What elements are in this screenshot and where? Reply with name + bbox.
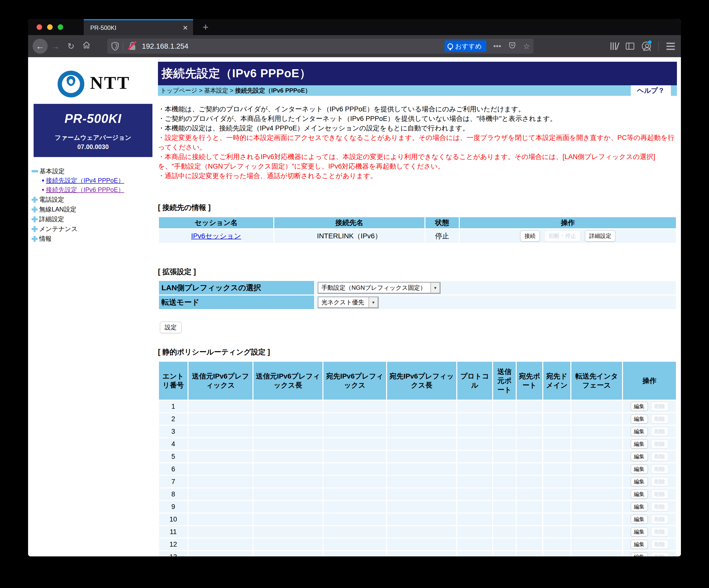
- suggest-button[interactable]: おすすめ: [445, 41, 486, 52]
- edit-button[interactable]: 編集: [631, 465, 648, 474]
- section-title-extended: [ 拡張設定 ]: [158, 267, 677, 277]
- expand-icon[interactable]: [32, 206, 37, 212]
- apply-settings-button[interactable]: 設定: [160, 322, 182, 333]
- edit-button[interactable]: 編集: [631, 490, 648, 499]
- forward-button[interactable]: →: [48, 42, 63, 51]
- policy-empty-cell: [323, 551, 387, 556]
- help-link[interactable]: ヘルプ？: [631, 85, 671, 96]
- policy-empty-cell: [516, 413, 543, 425]
- sidebar-item-0[interactable]: 基本設定: [32, 167, 158, 175]
- tracking-shield-icon[interactable]: [111, 42, 119, 51]
- delete-button: 削除: [651, 527, 668, 536]
- sidebar-item-4[interactable]: メンテナンス: [32, 225, 158, 233]
- sidebar-item-1[interactable]: 電話設定: [32, 196, 158, 204]
- info-note: ・ご契約のプロバイダが、本商品を利用したインターネット（IPv6 PPPoE）を…: [158, 114, 677, 123]
- session-action-button[interactable]: 接続: [520, 231, 540, 241]
- expand-icon[interactable]: [32, 236, 37, 242]
- tab-close-icon[interactable]: ✕: [183, 25, 188, 31]
- policy-empty-cell: [571, 538, 623, 551]
- collapse-icon[interactable]: [32, 170, 38, 172]
- library-icon[interactable]: [610, 43, 618, 50]
- back-button[interactable]: ←: [33, 39, 48, 54]
- account-icon[interactable]: [642, 42, 651, 51]
- sidebar-item-3[interactable]: 詳細設定: [32, 215, 158, 223]
- expand-icon[interactable]: [32, 216, 37, 222]
- sidebar-item-2[interactable]: 無線LAN設定: [32, 205, 158, 213]
- edit-button[interactable]: 編集: [631, 502, 648, 511]
- session-action-button[interactable]: 詳細設定: [585, 231, 615, 241]
- edit-button[interactable]: 編集: [631, 540, 648, 549]
- pocket-icon[interactable]: [508, 42, 516, 51]
- sidebar-toggle-icon[interactable]: [626, 43, 634, 50]
- entry-number: 11: [158, 526, 188, 538]
- policy-empty-cell: [571, 413, 623, 425]
- page-actions-icon[interactable]: •••: [493, 42, 501, 50]
- url-text[interactable]: 192.168.1.254: [142, 42, 445, 50]
- warning-note: ・通話中に設定変更を行った場合、通話が切断されることがあります。: [158, 171, 677, 181]
- dropdown-arrow-icon[interactable]: ▼: [430, 283, 440, 293]
- policy-header-row: エントリ番号送信元IPv6プレフィックス送信元IPv6プレフィックス長宛先IPv…: [158, 361, 676, 400]
- policy-empty-cell: [457, 463, 493, 476]
- menu-hamburger-icon[interactable]: [666, 43, 675, 50]
- policy-empty-cell: [457, 400, 493, 413]
- sidebar-item-5[interactable]: 情報: [32, 234, 158, 243]
- url-bar[interactable]: 192.168.1.254 おすすめ ••• ☆: [107, 39, 533, 54]
- policy-empty-cell: [188, 526, 253, 538]
- policy-empty-cell: [253, 438, 323, 450]
- sidebar-link[interactable]: 接続先設定（IPv4 PPPoE）: [46, 176, 124, 185]
- new-tab-button[interactable]: +: [198, 19, 214, 35]
- lan-prefix-row: LAN側プレフィックスの選択 手動設定（NGNプレフィックス固定） ▼: [158, 280, 676, 295]
- policy-empty-cell: [543, 413, 571, 425]
- edit-button[interactable]: 編集: [631, 477, 648, 486]
- insecure-lock-icon[interactable]: [127, 41, 137, 51]
- dropdown-arrow-icon[interactable]: ▼: [369, 297, 377, 307]
- entry-number: 3: [158, 425, 188, 438]
- policy-empty-cell: [571, 476, 623, 488]
- col-status: 状態: [425, 217, 459, 229]
- policy-actions-cell: 編集削除: [623, 526, 676, 538]
- edit-button[interactable]: 編集: [631, 427, 648, 436]
- minimize-window-button[interactable]: [47, 24, 53, 30]
- expand-icon[interactable]: [32, 197, 37, 203]
- bookmark-star-icon[interactable]: ☆: [523, 42, 530, 51]
- transfer-mode-select[interactable]: 光ネクスト優先 ▼: [318, 297, 378, 308]
- edit-button[interactable]: 編集: [631, 414, 648, 424]
- policy-actions-cell: 編集削除: [623, 438, 676, 450]
- edit-button[interactable]: 編集: [631, 452, 648, 461]
- policy-empty-cell: [493, 438, 516, 450]
- policy-empty-cell: [543, 438, 571, 450]
- policy-empty-cell: [188, 488, 253, 501]
- breadcrumb-item[interactable]: トップページ: [160, 87, 197, 94]
- entry-number: 10: [158, 513, 188, 526]
- lan-prefix-label: LAN側プレフィックスの選択: [158, 280, 315, 295]
- policy-empty-cell: [543, 400, 571, 413]
- policy-empty-cell: [543, 551, 571, 556]
- policy-row-9: 9編集削除: [158, 501, 676, 513]
- policy-empty-cell: [323, 488, 387, 501]
- edit-button[interactable]: 編集: [631, 553, 648, 556]
- session-info-table: セッション名 接続先名 状態 操作 IPv6セッション INTERLINK（IP…: [158, 216, 677, 244]
- session-name-link[interactable]: IPv6セッション: [191, 232, 241, 240]
- zoom-window-button[interactable]: [58, 24, 63, 30]
- entry-number: 4: [158, 438, 188, 450]
- edit-button[interactable]: 編集: [631, 402, 648, 411]
- close-window-button[interactable]: [36, 24, 42, 30]
- edit-button[interactable]: 編集: [631, 515, 648, 524]
- reload-button[interactable]: ↻: [63, 41, 79, 51]
- policy-empty-cell: [323, 425, 387, 438]
- policy-empty-cell: [323, 476, 387, 488]
- policy-empty-cell: [457, 501, 493, 513]
- sidebar-link[interactable]: 接続先設定（IPv6 PPPoE）: [46, 186, 124, 194]
- policy-empty-cell: [493, 513, 516, 526]
- breadcrumb-item[interactable]: 基本設定: [204, 87, 228, 94]
- notes-list: ・本機能は、ご契約のプロバイダが、インターネット（IPv6 PPPoE）を提供し…: [158, 104, 677, 181]
- edit-button[interactable]: 編集: [631, 439, 648, 449]
- lan-prefix-select[interactable]: 手動設定（NGNプレフィックス固定） ▼: [318, 282, 440, 293]
- home-button[interactable]: [79, 41, 94, 51]
- browser-tab[interactable]: PR-500KI ✕: [84, 19, 193, 35]
- policy-empty-cell: [323, 463, 387, 476]
- expand-icon[interactable]: [32, 226, 37, 232]
- info-note: ・本機能の設定は、接続先設定（IPv4 PPPoE）メインセッションの設定をもと…: [158, 123, 677, 133]
- edit-button[interactable]: 編集: [631, 527, 648, 536]
- policy-actions-cell: 編集削除: [623, 538, 676, 551]
